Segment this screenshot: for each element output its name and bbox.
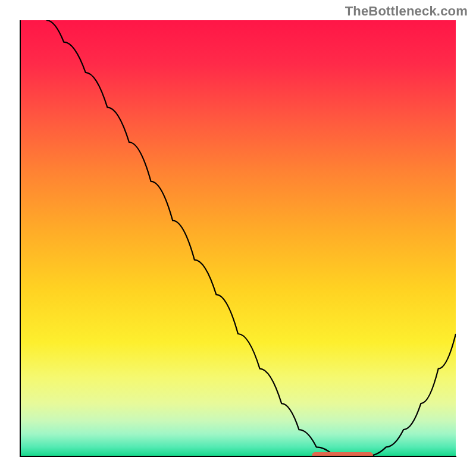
plot-area	[20, 20, 456, 456]
optimal-zone-marker	[312, 452, 373, 456]
bottleneck-curve	[46, 20, 456, 456]
chart-svg	[20, 20, 456, 456]
watermark-text: TheBottleneck.com	[345, 4, 468, 19]
x-axis-line	[20, 456, 456, 457]
